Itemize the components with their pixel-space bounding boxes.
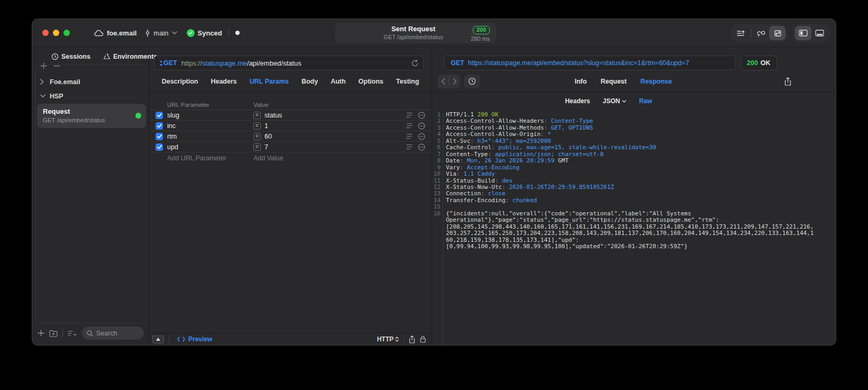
share-request-button[interactable] [409, 335, 415, 343]
tree-item-foe-email[interactable]: Foe.email [40, 75, 145, 89]
request-item-title: Request [43, 107, 135, 116]
tree-item-hsp[interactable]: HSP [40, 89, 145, 103]
add-param-value-placeholder[interactable]: Add Value [253, 155, 425, 162]
new-folder-button[interactable] [49, 330, 58, 337]
request-list-item-selected[interactable]: Request GET /api/embed/status [37, 104, 146, 128]
equals-operator-icon: = [253, 122, 261, 130]
code-icon [177, 337, 185, 342]
response-url-box[interactable]: GET https://statuspage.me/api/embed/stat… [444, 56, 736, 70]
expand-panel-button[interactable] [152, 335, 164, 343]
request-tab-url-params[interactable]: URL Params [250, 78, 289, 85]
chevron-down-icon [40, 94, 45, 98]
request-tab-body[interactable]: Body [301, 78, 318, 85]
clock-icon [468, 77, 476, 85]
add-param-row[interactable]: Add URL Parameter Add Value [149, 152, 432, 164]
sync-label: Synced [198, 29, 222, 37]
request-item-subtitle: GET /api/embed/status [43, 117, 135, 124]
forward-button[interactable] [449, 75, 460, 88]
response-code-text: HTTP/1.1 200 OKAccess-Control-Allow-Head… [443, 112, 836, 345]
response-tab-response[interactable]: Response [641, 78, 672, 85]
request-tab-testing[interactable]: Testing [396, 78, 419, 85]
project-menu[interactable]: foe.email [94, 29, 136, 37]
line-number: 4 [432, 131, 441, 138]
param-value-field[interactable]: status [264, 112, 400, 119]
remove-param-icon[interactable] [418, 143, 425, 151]
remove-param-icon[interactable] [418, 112, 425, 119]
add-session-button[interactable] [40, 62, 47, 69]
param-name-field[interactable]: upd [167, 143, 253, 151]
param-value-field[interactable]: 60 [264, 133, 400, 140]
add-request-button[interactable] [38, 330, 44, 337]
response-tab-request[interactable]: Request [600, 78, 626, 85]
line-number [432, 237, 441, 243]
request-url-bar[interactable]: GET https://statuspage.me/api/embed/stat… [154, 56, 424, 70]
request-tab-options[interactable]: Options [359, 78, 383, 85]
request-url-text[interactable]: https://statuspage.me/api/embed/status [181, 59, 412, 67]
preview-button[interactable]: Preview [177, 335, 212, 343]
sidebar-tab-sessions[interactable]: Sessions [51, 53, 90, 60]
chevron-right-icon [40, 79, 45, 85]
toggle-sidebar-button[interactable] [795, 26, 811, 40]
row-format-menu-icon[interactable] [406, 133, 413, 139]
param-checkbox[interactable] [156, 143, 163, 151]
response-subtab-headers[interactable]: Headers [565, 97, 590, 105]
minimize-window-button[interactable] [53, 30, 59, 36]
row-format-menu-icon[interactable] [406, 123, 413, 129]
param-name-field[interactable]: slug [167, 112, 253, 119]
request-tab-auth[interactable]: Auth [331, 78, 345, 85]
param-row: inc=1 [149, 120, 432, 131]
back-button[interactable] [437, 75, 449, 88]
response-panel: GET https://statuspage.me/api/embed/stat… [432, 47, 836, 345]
equals-operator-icon: = [253, 143, 261, 151]
row-format-menu-icon[interactable] [406, 144, 413, 150]
param-value-field[interactable]: 7 [264, 143, 400, 151]
param-checkbox[interactable] [156, 112, 163, 119]
request-list-export-button[interactable] [733, 26, 749, 40]
param-value-cell: =60 [253, 133, 425, 140]
search-input[interactable]: Search [82, 326, 144, 340]
response-subtab-json[interactable]: JSON [603, 97, 627, 105]
request-success-dot [135, 113, 141, 119]
param-name-field[interactable]: rtm [167, 133, 253, 140]
resend-request-button[interactable] [412, 59, 418, 67]
column-header-name: URL Parameter [167, 102, 253, 108]
remove-session-button[interactable] [53, 62, 60, 69]
request-tab-headers[interactable]: Headers [211, 78, 236, 85]
zoom-window-button[interactable] [63, 30, 70, 36]
export-response-button[interactable] [784, 77, 791, 86]
param-checkbox[interactable] [156, 122, 163, 130]
request-editor-panel: GET https://statuspage.me/api/embed/stat… [149, 47, 432, 345]
param-value-field[interactable]: 1 [264, 122, 400, 130]
param-checkbox-cell [149, 143, 167, 151]
param-row: slug=status [149, 110, 432, 120]
lock-button[interactable] [420, 335, 426, 343]
toggle-bottom-panel-button[interactable] [811, 26, 828, 40]
remove-param-icon[interactable] [418, 133, 425, 140]
sync-status[interactable]: Synced [187, 29, 222, 37]
reload-icon [412, 59, 418, 67]
sort-filter-menu-button[interactable] [68, 330, 77, 337]
transfer-panel-button[interactable] [769, 26, 785, 40]
response-subtab-raw[interactable]: Raw [639, 97, 652, 105]
close-window-button[interactable] [42, 30, 49, 36]
footer-separator [169, 335, 169, 343]
param-checkbox[interactable] [156, 133, 163, 140]
sent-request-summary[interactable]: Sent Request GET /api/embed/status 200 2… [335, 23, 496, 43]
protocol-selector[interactable]: HTTP [377, 335, 399, 343]
response-method: GET [451, 59, 464, 67]
response-tab-info[interactable]: Info [575, 78, 587, 85]
url-host: statuspage.me [202, 59, 247, 67]
row-format-menu-icon[interactable] [406, 112, 413, 118]
url-path: /api/embed/status [247, 59, 301, 67]
request-tab-description[interactable]: Description [162, 78, 198, 85]
add-param-name-placeholder[interactable]: Add URL Parameter [167, 155, 253, 162]
loop-tool-button[interactable] [753, 26, 769, 40]
param-name-field[interactable]: inc [167, 122, 253, 130]
line-number [432, 243, 441, 250]
response-body[interactable]: 12345678910111213141516 HTTP/1.1 200 OKA… [432, 112, 836, 345]
history-button[interactable] [464, 75, 480, 88]
remove-param-icon[interactable] [418, 122, 425, 130]
method-selector[interactable]: GET [159, 59, 177, 67]
param-value-cell: =7 [253, 143, 425, 151]
branch-selector[interactable]: main [145, 29, 177, 37]
